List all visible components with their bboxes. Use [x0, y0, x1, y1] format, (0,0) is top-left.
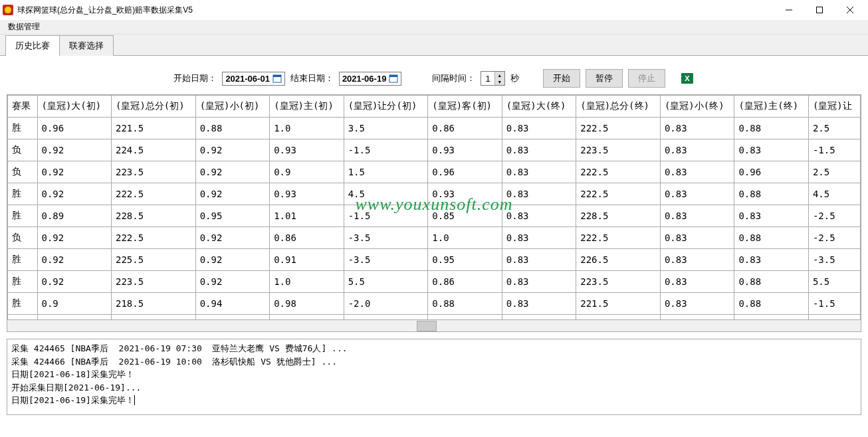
interval-value: 1	[481, 72, 494, 85]
table-cell: 0.92	[37, 161, 111, 183]
table-cell: 0.83	[660, 249, 734, 271]
table-cell: 0.83	[660, 205, 734, 227]
table-cell: -1.5	[808, 139, 860, 161]
table-cell: 0.83	[660, 118, 734, 139]
table-cell: 0.92	[37, 183, 111, 205]
table-row[interactable]: 胜0.89228.50.951.01-1.50.850.83228.50.830…	[8, 205, 861, 227]
table-cell: 0.88	[734, 315, 808, 321]
table-cell: 0.95	[195, 205, 269, 227]
export-excel-icon[interactable]: X	[680, 71, 695, 86]
table-cell: 0.94	[37, 315, 111, 321]
table-row[interactable]: 胜0.96221.50.881.03.50.860.83222.50.830.8…	[8, 118, 861, 139]
menu-data-manage[interactable]: 数据管理	[5, 20, 43, 34]
table-cell: 负	[8, 161, 38, 183]
svg-rect-1	[817, 7, 823, 13]
table-header[interactable]: (皇冠)大(初)	[37, 96, 111, 118]
table-cell: 0.92	[37, 271, 111, 293]
table-cell: 0.96	[734, 161, 808, 183]
table-cell: 0.85	[428, 205, 502, 227]
table-row[interactable]: 负0.92223.50.920.91.50.960.83222.50.830.9…	[8, 161, 861, 183]
table-cell: 6.5	[344, 315, 428, 321]
end-date-input[interactable]: 2021-06-19	[339, 72, 402, 86]
table-cell: 0.83	[734, 205, 808, 227]
table-cell: 0.83	[660, 139, 734, 161]
table-cell: 0.88	[734, 118, 808, 139]
table-cell: 0.83	[660, 315, 734, 321]
table-cell: 1.01	[270, 205, 344, 227]
table-header[interactable]: (皇冠)小(终)	[660, 96, 734, 118]
table-cell: 0.89	[37, 205, 111, 227]
table-header[interactable]: (皇冠)让分(初)	[344, 96, 428, 118]
tab-league[interactable]: 联赛选择	[59, 35, 114, 56]
table-cell: 胜	[8, 271, 38, 293]
table-cell: 负	[8, 227, 38, 249]
table-cell: 胜	[8, 293, 38, 315]
menubar: 数据管理	[0, 20, 868, 35]
table-header[interactable]: (皇冠)总分(初)	[111, 96, 195, 118]
interval-label: 间隔时间：	[432, 72, 475, 84]
table-row[interactable]: 负0.94223.50.91.06.50.860.83223.50.830.88…	[8, 315, 861, 321]
table-cell: 0.92	[195, 161, 269, 183]
table-header[interactable]: (皇冠)小(初)	[195, 96, 269, 118]
table-cell: 胜	[8, 205, 38, 227]
table-row[interactable]: 负0.92224.50.920.93-1.50.930.83223.50.830…	[8, 139, 861, 161]
table-cell: 0.98	[270, 293, 344, 315]
interval-down[interactable]: ▼	[495, 78, 504, 85]
table-cell: 218.5	[111, 293, 195, 315]
table-header[interactable]: (皇冠)主(初)	[270, 96, 344, 118]
table-cell: 0.83	[660, 161, 734, 183]
table-cell: 225.5	[111, 249, 195, 271]
table-cell: 0.83	[502, 315, 576, 321]
table-cell: 3.5	[344, 118, 428, 139]
table-row[interactable]: 胜0.92222.50.920.934.50.930.83222.50.830.…	[8, 183, 861, 205]
horizontal-scrollbar[interactable]	[7, 320, 861, 332]
table-cell: -3.5	[808, 249, 860, 271]
table-cell: 0.83	[660, 271, 734, 293]
table-cell: -3.5	[344, 227, 428, 249]
table-header[interactable]: (皇冠)主(终)	[734, 96, 808, 118]
start-button[interactable]: 开始	[543, 69, 580, 88]
table-cell: 1.0	[428, 227, 502, 249]
minimize-button[interactable]	[774, 0, 804, 20]
table-cell: 228.5	[111, 205, 195, 227]
table-header[interactable]: (皇冠)大(终)	[502, 96, 576, 118]
table-cell: 0.83	[734, 139, 808, 161]
close-button[interactable]	[835, 0, 865, 20]
tab-history[interactable]: 历史比赛	[5, 35, 60, 56]
table-row[interactable]: 胜0.92225.50.920.91-3.50.950.83226.50.830…	[8, 249, 861, 271]
interval-unit: 秒	[510, 72, 519, 84]
table-cell: 0.93	[428, 183, 502, 205]
table-cell: 0.88	[734, 183, 808, 205]
table-header[interactable]: (皇冠)让	[808, 96, 860, 118]
table-row[interactable]: 胜0.9218.50.940.98-2.00.880.83221.50.830.…	[8, 293, 861, 315]
start-date-input[interactable]: 2021-06-01	[222, 72, 285, 86]
table-cell: 0.95	[428, 249, 502, 271]
table-cell: 0.93	[428, 139, 502, 161]
window-controls	[774, 0, 865, 20]
data-table-wrap[interactable]: 赛果(皇冠)大(初)(皇冠)总分(初)(皇冠)小(初)(皇冠)主(初)(皇冠)让…	[7, 94, 861, 320]
table-cell: 223.5	[111, 161, 195, 183]
table-row[interactable]: 胜0.92223.50.921.05.50.860.83223.50.830.8…	[8, 271, 861, 293]
table-cell: 0.86	[428, 118, 502, 139]
table-header[interactable]: 赛果	[8, 96, 38, 118]
table-cell: 222.5	[111, 183, 195, 205]
app-icon	[3, 5, 13, 15]
table-cell: 0.88	[734, 293, 808, 315]
interval-input[interactable]: 1 ▲ ▼	[481, 71, 504, 86]
table-cell: 222.5	[576, 183, 661, 205]
table-cell: 0.83	[660, 183, 734, 205]
table-cell: 223.5	[111, 271, 195, 293]
stop-button[interactable]: 停止	[628, 69, 665, 88]
table-cell: 胜	[8, 118, 38, 139]
table-cell: 1.0	[270, 118, 344, 139]
pause-button[interactable]: 暂停	[586, 69, 623, 88]
table-cell: -2.5	[808, 205, 860, 227]
maximize-button[interactable]	[804, 0, 835, 20]
table-header[interactable]: (皇冠)客(初)	[428, 96, 502, 118]
interval-up[interactable]: ▲	[495, 72, 504, 78]
table-cell: 0.83	[502, 183, 576, 205]
table-header[interactable]: (皇冠)总分(终)	[576, 96, 661, 118]
log-panel[interactable]: 采集 424465 [NBA季后 2021-06-19 07:30 亚特兰大老鹰…	[7, 339, 861, 415]
table-row[interactable]: 负0.92222.50.920.86-3.51.00.83222.50.830.…	[8, 227, 861, 249]
table-cell: 0.86	[428, 315, 502, 321]
